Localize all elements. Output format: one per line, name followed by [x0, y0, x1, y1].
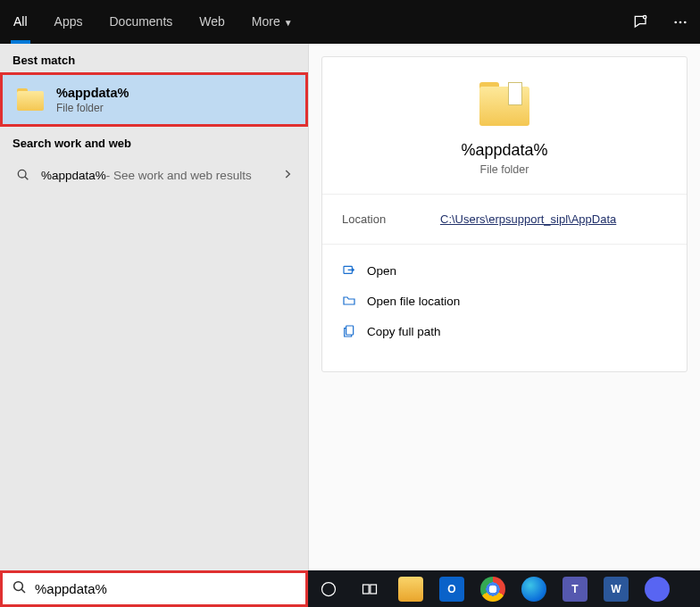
- results-panel: Best match %appdata% File folder Search …: [0, 44, 308, 570]
- svg-point-3: [684, 21, 687, 23]
- folder-icon: [17, 88, 44, 112]
- tab-documents[interactable]: Documents: [96, 0, 186, 44]
- details-subtitle: File folder: [338, 163, 671, 176]
- result-subtitle: File folder: [56, 102, 129, 114]
- svg-point-8: [322, 582, 336, 595]
- search-icon: [12, 579, 28, 599]
- copy-path-label: Copy full path: [367, 325, 441, 338]
- result-title: %appdata%: [56, 86, 129, 100]
- web-result-desc: - See work and web results: [106, 169, 252, 182]
- copy-path-action[interactable]: Copy full path: [342, 316, 667, 346]
- more-options-icon[interactable]: [661, 0, 700, 44]
- edge-icon[interactable]: [519, 574, 549, 604]
- location-path[interactable]: C:\Users\erpsupport_sipl\AppData: [440, 212, 616, 226]
- search-input[interactable]: [35, 581, 296, 596]
- folder-open-icon: [342, 294, 367, 308]
- copy-icon: [342, 324, 367, 338]
- svg-rect-6: [346, 326, 354, 335]
- cortana-icon[interactable]: [313, 574, 344, 604]
- word-icon[interactable]: W: [601, 574, 631, 604]
- svg-point-1: [674, 21, 677, 23]
- taskbar: O T W: [308, 570, 700, 607]
- web-result-row[interactable]: %appdata% - See work and web results: [0, 155, 308, 195]
- feedback-icon[interactable]: [621, 0, 661, 44]
- svg-point-0: [644, 15, 646, 18]
- file-explorer-icon[interactable]: [396, 574, 426, 604]
- teams-icon[interactable]: T: [560, 574, 590, 604]
- svg-rect-10: [371, 585, 377, 594]
- svg-point-2: [679, 21, 682, 23]
- tab-all[interactable]: All: [0, 0, 41, 44]
- work-web-label: Search work and web: [0, 127, 308, 155]
- open-location-label: Open file location: [367, 295, 460, 308]
- best-match-result[interactable]: %appdata% File folder: [0, 72, 308, 127]
- search-box[interactable]: [0, 570, 308, 607]
- task-view-icon[interactable]: [354, 574, 385, 604]
- details-title: %appdata%: [338, 141, 671, 160]
- open-action[interactable]: Open: [342, 255, 667, 286]
- chevron-down-icon: ▼: [284, 18, 293, 28]
- svg-point-7: [14, 581, 23, 590]
- svg-point-4: [18, 170, 26, 178]
- tab-web[interactable]: Web: [186, 0, 238, 44]
- chrome-icon[interactable]: [478, 574, 508, 604]
- best-match-label: Best match: [0, 44, 308, 72]
- discord-icon[interactable]: [642, 574, 672, 604]
- location-label: Location: [342, 212, 440, 226]
- chevron-right-icon: [281, 168, 294, 183]
- tab-more[interactable]: More▼: [238, 0, 306, 44]
- open-location-action[interactable]: Open file location: [342, 286, 667, 316]
- svg-rect-9: [363, 585, 370, 594]
- details-panel: %appdata% File folder Location C:\Users\…: [308, 44, 700, 570]
- outlook-icon[interactable]: O: [437, 574, 467, 604]
- folder-icon-large: [479, 82, 529, 125]
- web-result-term: %appdata%: [41, 169, 106, 182]
- search-category-tabs: All Apps Documents Web More▼: [0, 0, 700, 44]
- tab-apps[interactable]: Apps: [41, 0, 96, 44]
- open-action-label: Open: [367, 264, 396, 278]
- search-icon: [14, 168, 32, 182]
- open-icon: [342, 263, 367, 278]
